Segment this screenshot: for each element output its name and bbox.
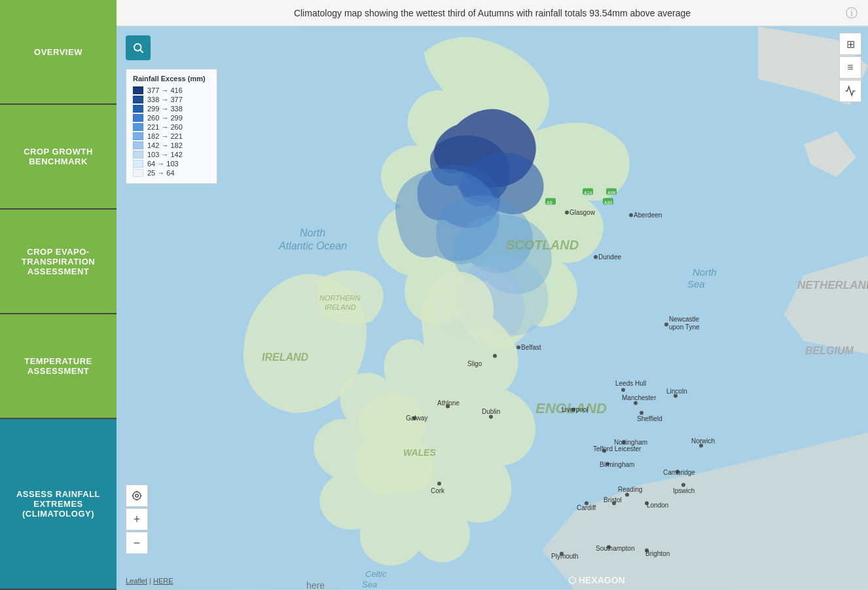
svg-point-85	[133, 492, 141, 500]
uk-map-svg: SCOTLAND ENGLAND WALES IRELAND NORTHERN …	[117, 26, 868, 590]
svg-text:Liverpool: Liverpool	[562, 406, 588, 413]
map-title-bar: Climatology map showing the wettest thir…	[117, 0, 868, 26]
legend-item: 299 → 338	[133, 105, 210, 113]
legend-label: 377 → 416	[147, 86, 183, 94]
locate-button[interactable]	[126, 485, 148, 507]
svg-point-40	[621, 388, 625, 392]
info-icon[interactable]: ⓘ	[846, 5, 858, 21]
map-legend: Rainfall Excess (mm) 377 → 416338 → 3772…	[126, 69, 217, 184]
legend-item: 221 → 260	[133, 123, 210, 131]
svg-text:IRELAND: IRELAND	[325, 303, 356, 311]
svg-text:Sligo: Sligo	[467, 360, 482, 367]
legend-item: 103 → 142	[133, 151, 210, 158]
map-title: Climatology map showing the wettest thir…	[294, 8, 691, 18]
here-link[interactable]: HERE	[153, 577, 173, 585]
svg-text:Celtic: Celtic	[365, 569, 387, 579]
legend-item: 25 → 64	[133, 169, 210, 177]
legend-label: 64 → 103	[147, 160, 179, 168]
legend-label: 25 → 64	[147, 169, 175, 177]
svg-text:North: North	[300, 227, 325, 238]
legend-label: 182 → 221	[147, 132, 183, 140]
sidebar-item-rainfall[interactable]: ASSESS RAINFALL EXTREMES (CLIMATOLOGY)	[0, 419, 117, 590]
svg-text:BELGIUM: BELGIUM	[805, 345, 854, 356]
sidebar-item-crop-growth[interactable]: CROP GROWTH BENCHMARK	[0, 105, 117, 210]
svg-text:Bristol: Bristol	[604, 496, 622, 504]
legend-swatch	[133, 151, 143, 158]
svg-text:SCOTLAND: SCOTLAND	[506, 238, 579, 252]
grid-view-button[interactable]: ⊞	[839, 33, 861, 55]
legend-label: 338 → 377	[147, 96, 183, 103]
svg-text:Sea: Sea	[687, 278, 705, 289]
legend-swatch	[133, 141, 143, 149]
svg-text:Dundee: Dundee	[598, 253, 621, 261]
search-button[interactable]	[126, 35, 151, 60]
svg-point-17	[629, 213, 633, 217]
svg-text:upon Tyne: upon Tyne	[669, 323, 700, 331]
sidebar-item-overview[interactable]: OVERVIEW	[0, 0, 117, 105]
legend-swatch	[133, 123, 143, 131]
svg-text:A90: A90	[604, 200, 613, 205]
chart-button[interactable]	[839, 80, 861, 102]
svg-point-15	[594, 255, 598, 259]
svg-text:NETHERLANDS: NETHERLANDS	[797, 279, 868, 291]
main-content: Climatology map showing the wettest thir…	[117, 0, 868, 590]
svg-text:A96: A96	[607, 191, 616, 195]
sidebar-item-temperature[interactable]: TEMPERATURE ASSESSMENT	[0, 314, 117, 419]
legend-swatch	[133, 132, 143, 140]
legend-swatch	[133, 169, 143, 177]
svg-point-24	[493, 354, 497, 358]
legend-title: Rainfall Excess (mm)	[133, 75, 210, 83]
legend-item: 142 → 182	[133, 141, 210, 149]
svg-text:Cambridge: Cambridge	[663, 469, 695, 476]
svg-text:Cork: Cork	[431, 487, 445, 494]
svg-point-19	[664, 323, 668, 327]
svg-point-13	[565, 211, 569, 215]
legend-item: 64 → 103	[133, 160, 210, 168]
sidebar: OVERVIEWCROP GROWTH BENCHMARKCROP EVAPO-…	[0, 0, 117, 590]
svg-text:A14: A14	[584, 191, 592, 195]
legend-item: 182 → 221	[133, 132, 210, 140]
svg-text:Plymouth: Plymouth	[551, 553, 579, 560]
svg-text:Lincoln: Lincoln	[666, 388, 687, 395]
svg-line-83	[140, 50, 143, 52]
legend-item: 260 → 299	[133, 114, 210, 122]
svg-text:Southampton: Southampton	[596, 545, 635, 552]
svg-text:Atlantic Ocean: Atlantic Ocean	[278, 240, 347, 251]
svg-text:A9: A9	[547, 200, 552, 205]
svg-text:Aberdeen: Aberdeen	[634, 212, 662, 219]
svg-text:Cardiff: Cardiff	[577, 504, 596, 511]
svg-text:Reading: Reading	[618, 486, 642, 493]
legend-swatch	[133, 160, 143, 168]
svg-text:Birmingham: Birmingham	[600, 461, 634, 468]
legend-label: 103 → 142	[147, 151, 183, 158]
svg-text:North: North	[693, 267, 717, 278]
legend-label: 142 → 182	[147, 141, 183, 149]
leaflet-link[interactable]: Leaflet	[126, 577, 147, 585]
map-zoom-controls: + −	[126, 485, 148, 554]
legend-swatch	[133, 86, 143, 94]
svg-text:here: here	[306, 580, 325, 591]
svg-text:Belfast: Belfast	[521, 344, 541, 351]
legend-swatch	[133, 114, 143, 122]
menu-button[interactable]: ≡	[839, 56, 861, 79]
svg-text:NORTHERN: NORTHERN	[319, 294, 360, 302]
svg-point-36	[634, 401, 638, 405]
map-attribution: Leaflet | HERE	[126, 577, 173, 585]
svg-text:IRELAND: IRELAND	[262, 352, 309, 363]
svg-point-22	[516, 346, 520, 350]
svg-text:Manchester: Manchester	[622, 394, 657, 401]
legend-swatch	[133, 105, 143, 113]
sidebar-item-crop-evapo[interactable]: CROP EVAPO-TRANSPIRATION ASSESSMENT	[0, 210, 117, 314]
zoom-out-button[interactable]: −	[126, 532, 148, 554]
svg-text:Norwich: Norwich	[691, 437, 715, 445]
svg-point-64	[625, 493, 629, 497]
svg-text:Leeds Hull: Leeds Hull	[615, 380, 646, 387]
map-container[interactable]: SCOTLAND ENGLAND WALES IRELAND NORTHERN …	[117, 26, 868, 590]
zoom-in-button[interactable]: +	[126, 508, 148, 530]
svg-text:Newcastle: Newcastle	[669, 316, 700, 323]
legend-label: 299 → 338	[147, 105, 183, 113]
svg-text:Brighton: Brighton	[645, 550, 670, 557]
legend-item: 338 → 377	[133, 96, 210, 103]
legend-item: 377 → 416	[133, 86, 210, 94]
legend-swatch	[133, 96, 143, 103]
